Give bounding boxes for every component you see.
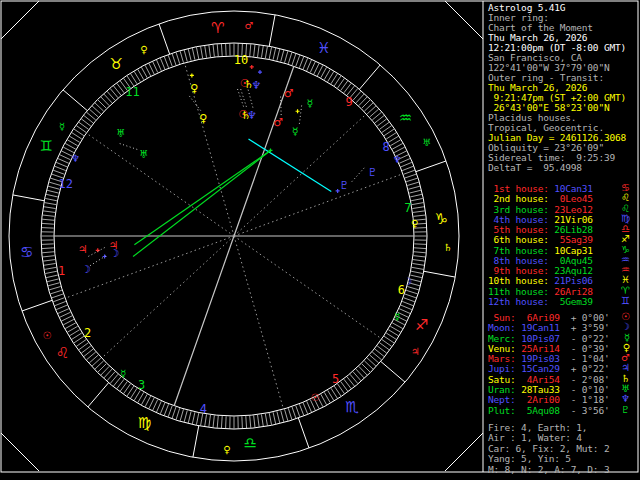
sign-capricorn-icon: ♑ xyxy=(435,210,448,228)
sign-aquarius-icon: ♒ xyxy=(399,109,412,127)
band-uranus-icon: ♅ xyxy=(422,137,431,148)
house-number-5: 5 xyxy=(332,372,339,386)
stats-line: M: 8, N: 2, A: 7, D: 3 xyxy=(488,465,636,475)
sign-gemini-icon: ♊ xyxy=(621,296,630,306)
chart-header: Astrolog 5.41GInner ring:Chart of the Mo… xyxy=(488,3,636,173)
sign-taurus-icon: ♉ xyxy=(110,55,123,73)
house-number-7: 7 xyxy=(404,201,411,215)
band-jupiter-icon: ♃ xyxy=(411,346,420,357)
sign-sagittarius-icon: ♐ xyxy=(621,234,630,244)
house-number-1: 1 xyxy=(58,264,65,278)
planet-row: Plut: 5Aqu08 - 3°56'♇ xyxy=(488,406,636,416)
house-number-11: 11 xyxy=(125,85,139,99)
element-stats: Fire: 4, Earth: 1,Air : 1, Water: 4Car: … xyxy=(488,423,636,475)
natal-uran-icon: ♅ xyxy=(139,148,149,161)
house-number-12: 12 xyxy=(58,177,72,191)
transit-jupi-icon: ♃ xyxy=(78,243,88,256)
band-sun-icon: ☉ xyxy=(311,392,320,403)
planet-velocity: - 3°56' xyxy=(560,405,610,416)
band-saturn-icon: ♄ xyxy=(443,242,452,253)
natal-nept-icon: ♆ xyxy=(247,109,257,122)
sign-gemini-icon: ♊ xyxy=(40,137,53,155)
sign-scorpio-icon: ♏ xyxy=(345,398,359,416)
natal-merc-icon: ☿ xyxy=(292,125,299,138)
transit-mars-icon: ♂ xyxy=(284,87,294,100)
info-panel: Astrolog 5.41GInner ring:Chart of the Mo… xyxy=(488,0,636,480)
sign-pisces-icon: ♓ xyxy=(621,275,630,285)
house-row: 12th house: 5Gem39♊ xyxy=(488,297,636,307)
sign-virgo-icon: ♍ xyxy=(138,414,151,432)
sign-libra-icon: ♎ xyxy=(244,434,257,452)
band-venus-icon: ♀ xyxy=(411,218,418,229)
planet-name: Plut: xyxy=(488,405,516,416)
sign-cancer-icon: ♋ xyxy=(20,243,33,261)
band-mercury-icon: ☿ xyxy=(394,311,400,322)
house-number-9: 9 xyxy=(346,95,353,109)
band-venus-icon: ♀ xyxy=(223,444,230,455)
house-number-8: 8 xyxy=(382,140,389,154)
transit-plut-icon: ♇ xyxy=(367,166,377,179)
transit-uran-icon: ♅ xyxy=(116,127,126,140)
sign-pisces-icon: ♓ xyxy=(317,39,330,57)
band-mercury-icon: ☿ xyxy=(59,121,65,132)
house-number-10: 10 xyxy=(234,53,248,67)
header-line: DeltaT = 95.4998 xyxy=(488,163,636,173)
house-number-2: 2 xyxy=(84,326,91,340)
natal-venu-icon: ♀ xyxy=(199,112,207,125)
transit-nept-icon: ♆ xyxy=(252,79,262,92)
band-mercury-icon: ☿ xyxy=(120,368,126,379)
natal-mars-icon: ♂ xyxy=(273,116,283,129)
band-neptune-icon: ♆ xyxy=(71,153,80,164)
sign-leo-icon: ♌ xyxy=(621,193,630,203)
band-sun-icon: ☉ xyxy=(43,330,52,341)
house-number-4: 4 xyxy=(200,402,207,416)
band-moon-icon: ☽ xyxy=(404,276,413,287)
band-venus-icon: ♀ xyxy=(140,44,147,55)
transit-merc-icon: ☿ xyxy=(306,97,313,110)
band-mars-icon: ♂ xyxy=(245,20,254,31)
houses-table: 1st house: 10Can31♋ 2nd house: 0Leo45♌ 3… xyxy=(488,184,636,307)
transit-venu-icon: ♀ xyxy=(190,82,198,95)
transit-moon-icon: ☽ xyxy=(81,263,91,276)
house-number-3: 3 xyxy=(138,378,145,392)
astrolog-window: ♈♉♊♋♌♍♎♏♐♑♒♓123456789101112☉☉☽☽☿☿♀♀♂♂♃♃♄… xyxy=(0,0,640,480)
planet-position-value: 5Aqu08 xyxy=(516,405,560,416)
planet-plut-icon: ♇ xyxy=(621,405,630,415)
planets-table: Sun: 6Ari09 + 0°00'☉Moon: 19Can11 + 3°59… xyxy=(488,313,636,416)
house-rank-label: 12th house: xyxy=(488,296,549,307)
sign-leo-icon: ♌ xyxy=(56,344,69,362)
natal-jupi-icon: ♃ xyxy=(109,239,119,252)
band-pluto-icon: ♆ xyxy=(393,154,402,165)
natal-plut-icon: ♇ xyxy=(339,179,349,192)
sign-aries-icon: ♈ xyxy=(211,19,224,37)
sign-sagittarius-icon: ♐ xyxy=(415,316,428,334)
house-cusp-value: 5Gem39 xyxy=(549,296,593,307)
